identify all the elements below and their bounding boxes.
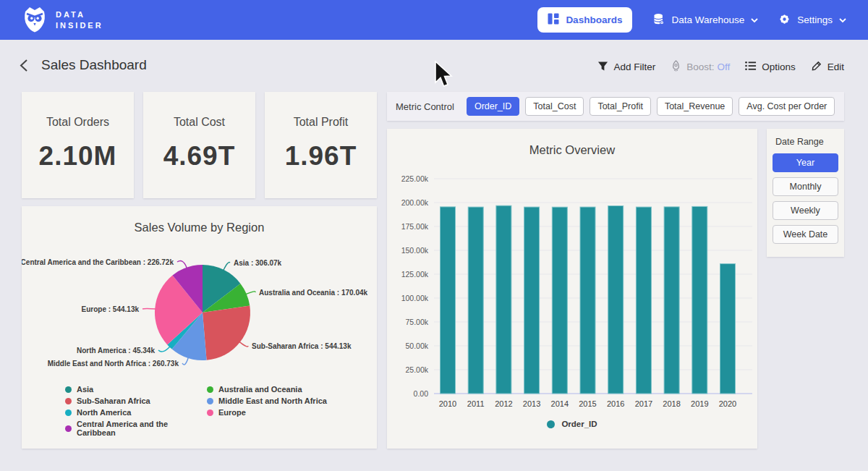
bar-2020[interactable] [720,264,736,394]
kpi-label: Total Profit [294,116,349,129]
legend-dot [547,420,555,428]
metric-control-label: Metric Control [396,101,454,112]
kpi-card-total-orders: Total Orders 2.10M [22,92,134,198]
bar-2018[interactable] [664,207,679,394]
pie-label: Sub-Saharan Africa : 544.13k [252,342,352,350]
bar-chart-card: Metric Overview 0.0025.00k50.00k75.00k10… [387,129,757,449]
boost-toggle[interactable]: Boost: Off [671,60,730,74]
legend-label: Europe [218,408,246,417]
pie-leader-line [224,263,230,271]
bar-2014[interactable] [552,207,567,394]
dashboards-button[interactable]: Dashboards [537,7,632,33]
kpi-label: Total Orders [46,116,109,129]
settings-menu[interactable]: Settings [778,13,846,27]
bar-2010[interactable] [441,207,456,394]
pie-legend-item[interactable]: Middle East and North Africa [207,396,327,405]
kpi-value: 2.10M [39,141,117,171]
pencil-icon [811,60,822,74]
mouse-cursor-icon [434,61,453,91]
y-axis-tick: 75.00k [405,318,428,326]
metric-chip-total-profit[interactable]: Total_Profit [590,97,651,116]
header-actions: Add Filter Boost: Off Options [597,60,844,74]
bar-2011[interactable] [468,207,483,394]
pie-label: Asia : 306.07k [234,259,282,267]
pie-leader-line [182,357,188,365]
y-axis-tick: 0.00 [414,389,429,398]
bar-chart-legend: Order_ID [387,420,757,428]
pie-legend-item[interactable]: Australia and Oceania [207,385,327,394]
legend-dot [207,410,213,416]
bar-2013[interactable] [524,207,540,394]
x-axis-tick: 2010 [439,399,456,408]
legend-label: Central America and the Caribbean [77,420,200,437]
metric-chip-order-id[interactable]: Order_ID [467,97,519,116]
pie-leader-line [239,341,248,347]
chevron-down-icon [839,14,846,25]
add-filter-button[interactable]: Add Filter [597,61,655,74]
options-button[interactable]: Options [745,61,796,73]
legend-dot [65,398,72,404]
pie-legend-item[interactable]: Europe [207,408,327,417]
bar-2012[interactable] [496,205,511,394]
metric-control-bar: Metric Control Order_ID Total_Cost Total… [387,92,844,121]
database-icon [652,13,665,27]
pie-legend-item[interactable]: Sub-Saharan Africa [65,396,200,405]
pie-leader-line [158,347,170,352]
kpi-card-total-cost: Total Cost 4.69T [143,92,255,198]
chevron-down-icon [751,14,758,25]
settings-label: Settings [797,14,833,25]
data-warehouse-menu[interactable]: Data Warehouse [652,13,758,27]
date-range-year-button[interactable]: Year [773,153,838,172]
y-axis-tick: 50.00k [405,341,428,350]
pie-leader-line [246,292,255,294]
kpi-value: 4.69T [163,141,236,171]
pie-slice-sub-saharan-africa[interactable] [203,306,250,360]
pie-label: Europe : 544.13k [82,305,140,313]
date-range-monthly-button[interactable]: Monthly [773,177,838,196]
date-range-weekly-button[interactable]: Weekly [773,201,838,220]
back-button[interactable] [20,59,28,75]
metric-chip-total-revenue[interactable]: Total_Revenue [657,97,733,116]
rocket-icon [671,60,681,74]
x-axis-tick: 2020 [719,399,736,408]
legend-label: Middle East and North Africa [218,396,327,405]
brand-name: DATA INSIDER [56,9,103,31]
metric-chip-avg-cost-per-order[interactable]: Avg. Cost per Order [739,97,835,116]
pie-leader-line [142,308,156,309]
bar-chart: 0.0025.00k50.00k75.00k100.00k125.00k150.… [387,129,757,449]
legend-dot [207,398,213,404]
pie-label: Australia and Oceania : 170.04k [259,289,368,297]
edit-button[interactable]: Edit [811,60,844,74]
y-axis-tick: 150.00k [401,246,429,255]
date-range-panel: Date Range Year Monthly Weekly Week Date [767,129,844,257]
dashboards-label: Dashboards [566,14,622,25]
x-axis-tick: 2015 [579,399,596,408]
pie-legend-item[interactable]: Asia [65,385,200,394]
y-axis-tick: 125.00k [401,270,429,279]
bar-2015[interactable] [580,207,595,394]
legend-label: Sub-Saharan Africa [77,396,150,405]
y-axis-tick: 100.00k [401,294,429,302]
x-axis-tick: 2011 [467,399,485,408]
bar-2019[interactable] [692,206,707,394]
x-axis-tick: 2012 [495,399,512,408]
y-axis-tick: 200.00k [401,198,429,207]
metric-chip-total-cost[interactable]: Total_Cost [525,97,584,116]
legend-label: Order_ID [561,420,597,428]
legend-dot [65,425,72,432]
pie-legend-item[interactable]: North America [65,408,200,417]
pie-label: Central America and the Caribbean : 226.… [22,258,174,266]
owl-logo-icon [22,5,48,35]
pie-legend-item[interactable]: Central America and the Caribbean [65,420,200,437]
legend-dot [65,386,72,393]
kpi-value: 1.96T [285,141,357,171]
gear-icon [778,13,791,27]
date-range-week-date-button[interactable]: Week Date [773,225,838,244]
page-title: Sales Dashboard [41,57,147,73]
bar-2016[interactable] [608,206,624,394]
legend-label: North America [77,408,131,417]
bar-2017[interactable] [636,207,651,394]
kpi-label: Total Cost [174,116,225,129]
brand: DATA INSIDER [22,5,103,35]
pie-legend: AsiaSub-Saharan AfricaNorth AmericaCentr… [65,385,327,437]
